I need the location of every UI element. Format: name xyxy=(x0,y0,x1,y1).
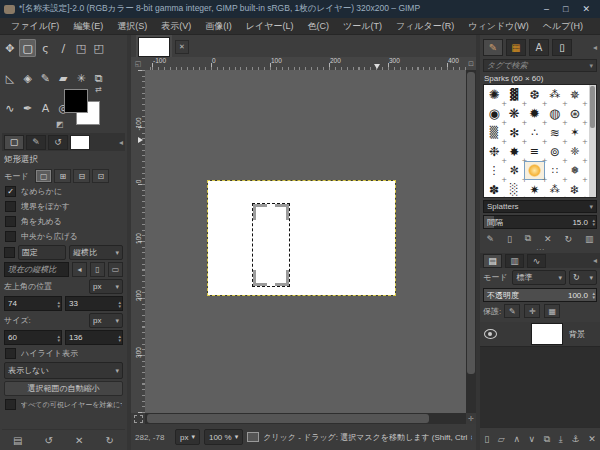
position-x-spinner[interactable]: 74 ▴▾ xyxy=(4,296,62,311)
brush-cell-1[interactable]: ▓ xyxy=(504,85,524,104)
brush-cell-27[interactable]: ✷ xyxy=(524,180,544,198)
horizontal-ruler[interactable]: -1000100200300400 xyxy=(145,57,466,71)
layer-mode-dropdown[interactable]: 標準▾ xyxy=(512,270,566,285)
paths-tool-icon[interactable]: ∕ xyxy=(55,39,72,57)
image-tab-close-icon[interactable]: ✕ xyxy=(175,40,189,54)
duplicate-brush-icon[interactable]: ⧉ xyxy=(525,233,531,244)
rectangle-select-tool-icon[interactable]: ▢ xyxy=(19,39,36,57)
lock-alpha-icon[interactable]: ▦ xyxy=(544,304,560,318)
tab-paths[interactable]: ∿ xyxy=(527,254,546,268)
anchor-layer-icon[interactable]: ⚓ xyxy=(571,434,579,444)
feather-checkbox[interactable] xyxy=(5,201,16,212)
menu-item-8[interactable]: フィルター(R) xyxy=(389,18,461,35)
brush-cell-12[interactable]: ∴ xyxy=(524,123,544,142)
layer-mode-switch-button[interactable]: ↻▾ xyxy=(569,270,597,285)
menu-item-2[interactable]: 選択(S) xyxy=(110,18,154,35)
tab-patterns[interactable]: ▦ xyxy=(506,39,526,56)
brush-cell-28[interactable]: ⁂ xyxy=(545,180,565,198)
shrink-merged-checkbox[interactable] xyxy=(5,399,16,410)
rounded-corners-checkbox[interactable] xyxy=(5,216,16,227)
brush-cell-6[interactable]: ❋ xyxy=(504,104,524,123)
rounded-corners-checkbox-row[interactable]: 角を丸める xyxy=(2,214,125,229)
unified-transform-tool-icon[interactable]: ◰ xyxy=(90,39,107,57)
brush-cell-4[interactable]: ✵ xyxy=(565,85,585,104)
tab-brushes[interactable]: ✎ xyxy=(483,39,503,56)
eraser-tool-icon[interactable]: ▰ xyxy=(55,69,72,87)
tab-document-history[interactable]: ▯ xyxy=(552,39,572,56)
brush-cell-17[interactable]: ≡ xyxy=(524,142,544,161)
fixed-type-dropdown[interactable]: 縦横比▾ xyxy=(69,245,123,260)
brush-cell-19[interactable]: ❈ xyxy=(565,142,585,161)
move-tool-icon[interactable]: ✥ xyxy=(1,39,18,57)
menu-item-9[interactable]: ウィンドウ(W) xyxy=(461,18,536,35)
brush-cell-14[interactable]: ✶ xyxy=(565,123,585,142)
brush-cell-8[interactable]: ◍ xyxy=(545,104,565,123)
tab-menu-icon[interactable]: ◂ xyxy=(593,43,597,52)
tab-image-thumbnail[interactable] xyxy=(70,135,90,150)
new-layer-group-icon[interactable]: ▱ xyxy=(498,434,505,444)
selection-rectangle[interactable] xyxy=(252,203,290,287)
brush-cell-7[interactable]: ✹ xyxy=(524,104,544,123)
raise-layer-icon[interactable]: ∧ xyxy=(513,434,520,444)
tab-menu-icon[interactable]: ◂ xyxy=(119,138,123,147)
highlight-checkbox-row[interactable]: ハイライト表示 xyxy=(2,346,125,361)
brush-cell-16[interactable]: ✸ xyxy=(504,142,524,161)
layer-row-background[interactable]: 背景 xyxy=(480,322,600,347)
brush-cell-5[interactable]: ◉ xyxy=(484,104,504,123)
size-height-spinner[interactable]: 136 ▴▾ xyxy=(65,330,123,345)
size-unit-dropdown[interactable]: px▾ xyxy=(89,313,123,328)
tab-layers[interactable]: ▤ xyxy=(483,254,502,268)
bucket-fill-tool-icon[interactable]: ◈ xyxy=(19,69,36,87)
handle-transform-tool-icon[interactable]: ◺ xyxy=(1,69,18,87)
reset-tool-options-icon[interactable]: ↻ xyxy=(106,435,114,446)
brush-tag-input[interactable]: Splatters ▾ xyxy=(483,200,597,213)
layer-visibility-eye-icon[interactable] xyxy=(484,329,497,339)
horizontal-scrollbar[interactable] xyxy=(145,413,466,424)
brush-cell-26[interactable]: ░ xyxy=(504,180,524,198)
foreground-color-swatch[interactable] xyxy=(64,89,88,113)
free-select-tool-icon[interactable]: ς xyxy=(37,39,54,57)
menu-item-6[interactable]: 色(C) xyxy=(300,18,336,35)
brush-cell-22[interactable] xyxy=(524,161,544,180)
antialias-checkbox-row[interactable]: ✓ なめらかに xyxy=(2,184,125,199)
quick-mask-toggle[interactable] xyxy=(131,413,145,424)
close-button[interactable]: ✕ xyxy=(582,4,590,14)
vertical-ruler[interactable]: -1000100200300 xyxy=(131,70,146,413)
delete-tool-preset-icon[interactable]: ✕ xyxy=(75,435,83,446)
duplicate-layer-icon[interactable]: ⧉ xyxy=(544,434,550,445)
brush-cell-9[interactable]: ⊛ xyxy=(565,104,585,123)
guides-dropdown[interactable]: 表示しない▾ xyxy=(4,362,123,379)
aspect-landscape-icon[interactable]: ▭ xyxy=(108,262,123,277)
lock-pixels-icon[interactable]: ✎ xyxy=(504,304,520,318)
brush-cell-20[interactable]: ⋮ xyxy=(484,161,504,180)
expand-center-checkbox[interactable] xyxy=(5,231,16,242)
brush-cell-24[interactable]: ❅ xyxy=(565,161,585,180)
menu-item-5[interactable]: レイヤー(L) xyxy=(239,18,301,35)
zoom-dropdown[interactable]: 100 %▾ xyxy=(204,429,243,445)
navigation-icon[interactable]: ✛ xyxy=(466,413,476,424)
brush-cell-29[interactable]: ❄ xyxy=(565,180,585,198)
shrink-merged-checkbox-row[interactable]: すべての可視レイヤーを対象にする xyxy=(2,397,125,412)
image-tab-thumbnail[interactable] xyxy=(138,37,170,57)
menu-item-1[interactable]: 編集(E) xyxy=(66,18,110,35)
tab-menu-icon[interactable]: ◂ xyxy=(593,256,597,265)
crop-tool-icon[interactable]: ◳ xyxy=(73,39,90,57)
lock-position-icon[interactable]: ✛ xyxy=(524,304,540,318)
mode-replace-button[interactable]: ▢ xyxy=(35,169,52,183)
canvas-viewport[interactable] xyxy=(145,70,466,413)
selection-handle-bottom-left[interactable] xyxy=(253,270,267,286)
tab-device-status[interactable]: ✎ xyxy=(26,135,46,150)
minimize-button[interactable]: – xyxy=(544,4,549,14)
selection-handle-top-left[interactable] xyxy=(253,204,267,220)
mode-add-button[interactable]: ⊞ xyxy=(54,169,71,183)
save-tool-preset-icon[interactable]: ▤ xyxy=(13,435,22,446)
position-unit-dropdown[interactable]: px▾ xyxy=(89,279,123,294)
menu-item-4[interactable]: 画像(I) xyxy=(198,18,239,35)
open-brush-as-image-icon[interactable]: ▥ xyxy=(585,234,594,244)
mode-intersect-button[interactable]: ⊡ xyxy=(92,169,109,183)
edit-brush-icon[interactable]: ✎ xyxy=(486,234,494,244)
selection-handle-top-right[interactable] xyxy=(275,204,289,220)
smudge-tool-icon[interactable]: ∿ xyxy=(1,99,18,117)
merge-layer-icon[interactable]: ⤓ xyxy=(559,434,563,445)
aspect-portrait-icon[interactable]: ▯ xyxy=(90,262,105,277)
